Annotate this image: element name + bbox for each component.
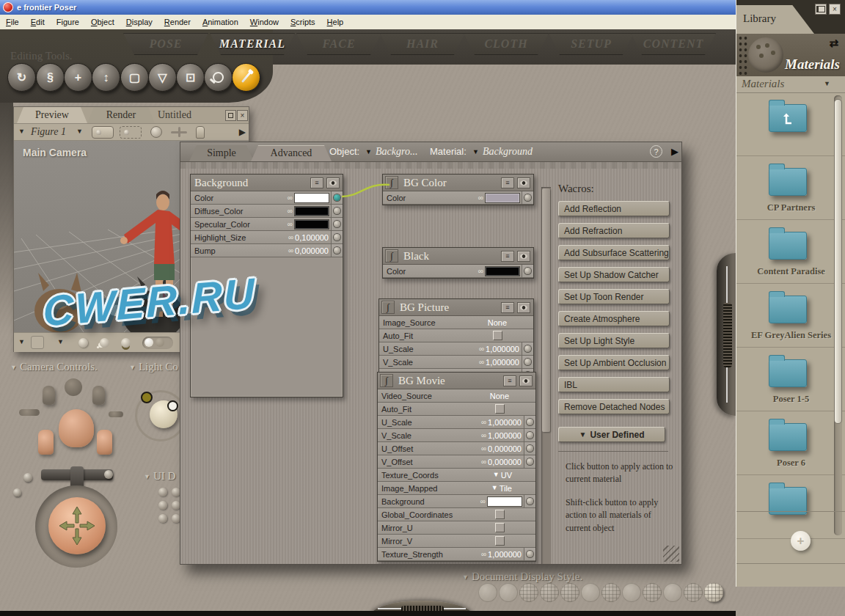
anim-dial-icon[interactable] [334, 234, 340, 241]
object-dropdown-icon[interactable]: ▼ [365, 148, 372, 155]
color-swatch[interactable] [485, 266, 520, 276]
animation-cell[interactable] [331, 191, 343, 204]
anim-dial-icon[interactable] [527, 445, 533, 452]
shadow-toggle-icon[interactable] [121, 338, 131, 348]
node-input-plug-icon[interactable]: ∫ [380, 374, 393, 387]
room-tab-setup[interactable]: SETUP [549, 33, 634, 55]
node-bg-movie[interactable]: ∫BG Movie≡Video_SourceNoneAuto_FitU_Scal… [377, 372, 536, 562]
node-input-plug-icon[interactable]: ∫ [385, 176, 398, 189]
plug-icon[interactable]: ∞ [288, 207, 292, 215]
room-tab-content[interactable]: CONTENT [631, 33, 716, 55]
chain-break-tool[interactable]: ⊡ [176, 63, 205, 92]
tracking-multi-icon[interactable] [100, 338, 109, 348]
ui-dot[interactable] [158, 488, 167, 496]
color-swatch[interactable] [294, 193, 329, 203]
close-preview-icon[interactable]: × [237, 110, 248, 121]
wacro-button-create-atmosphere[interactable]: Create Atmosphere [558, 311, 670, 326]
library-item-cp-partners[interactable]: CP Partners [736, 156, 845, 220]
camera-hand-right-control[interactable] [97, 430, 112, 455]
actor-dropdown-icon[interactable]: ▼ [76, 128, 83, 135]
twist-tool[interactable]: § [36, 63, 65, 92]
plug-icon[interactable]: ∞ [481, 444, 486, 452]
anim-dial-icon[interactable] [527, 432, 533, 439]
add-to-library-button[interactable]: + [791, 531, 811, 551]
footer-dropdown-icon[interactable]: ▼ [18, 338, 25, 345]
translate-in-out-tool[interactable]: ↕ [92, 63, 120, 92]
scale-tool[interactable]: ▢ [120, 63, 149, 92]
ui-dots-label[interactable]: ▼UI D [144, 470, 175, 483]
node-input-plug-icon[interactable]: ∫ [381, 301, 395, 314]
param-checkbox[interactable] [495, 404, 505, 414]
wacro-button-set-up-light-style[interactable]: Set Up Light Style [558, 333, 670, 348]
node-preview-eye-icon[interactable] [517, 251, 530, 262]
light-handle-icon[interactable] [141, 392, 153, 403]
node-bg-color[interactable]: ∫BG Color≡Color∞ [382, 174, 534, 205]
plug-icon[interactable]: ∞ [479, 345, 483, 353]
selector-dropdown-icon[interactable]: ▼ [824, 80, 830, 87]
display-style-wireframe[interactable] [519, 583, 538, 602]
library-item-poser-1-5[interactable]: Poser 1-5 [736, 348, 845, 411]
folder-icon[interactable] [769, 232, 807, 260]
folder-icon[interactable] [769, 423, 807, 451]
param-dropdown[interactable]: ▼UV [493, 471, 512, 480]
param-value[interactable]: 0,100000 [295, 233, 329, 242]
camera-controls-label[interactable]: ▼Camera Controls. [10, 361, 98, 373]
figure-selector[interactable]: Figure 1 [31, 126, 66, 138]
menu-edit[interactable]: Edit [25, 15, 51, 29]
library-item[interactable] [736, 92, 845, 156]
wacro-button-remove-detached-nodes[interactable]: Remove Detached Nodes [558, 399, 670, 414]
menu-figure[interactable]: Figure [51, 15, 85, 29]
node-black[interactable]: ∫Black≡Color∞ [382, 247, 534, 279]
camera-sphere-icon[interactable] [104, 470, 113, 479]
display-style-flat-shaded[interactable] [581, 583, 600, 602]
camera-hand-left-ghost-icon[interactable] [43, 386, 55, 405]
display-style-outline[interactable] [499, 583, 518, 602]
full-screen-icon[interactable] [225, 110, 236, 121]
param-dropdown[interactable]: ▼Tile [491, 484, 512, 493]
animation-cell[interactable] [524, 548, 535, 560]
node-bg-picture[interactable]: ∫BG Picture≡Image_SourceNoneAuto_FitU_Sc… [378, 298, 534, 373]
display-style-lit-wireframe[interactable] [560, 583, 579, 602]
camera-sphere-icon[interactable] [13, 488, 21, 496]
camera-select-icon[interactable] [120, 126, 142, 139]
plug-icon[interactable]: ∞ [481, 431, 486, 439]
anim-dial-icon[interactable] [527, 498, 533, 505]
light-handle-icon[interactable] [167, 400, 178, 411]
library-item-poser-6[interactable]: Poser 6 [736, 411, 845, 475]
anim-dial-icon[interactable] [524, 268, 531, 274]
node-preview-eye-icon[interactable] [517, 177, 530, 188]
animation-cell[interactable] [524, 416, 535, 428]
param-checkbox[interactable] [495, 510, 505, 519]
room-tab-cloth[interactable]: CLOTH [464, 33, 549, 55]
animation-cell[interactable] [522, 191, 533, 204]
param-checkbox[interactable] [495, 536, 505, 546]
param-value[interactable]: 1,000000 [486, 345, 519, 353]
toolbar-next-arrow-icon[interactable]: ▶ [239, 127, 246, 138]
ui-dot[interactable] [158, 501, 167, 510]
camera-key-right-icon[interactable] [109, 411, 123, 417]
toggle-off-icon[interactable] [156, 338, 164, 347]
taper-tool[interactable]: ▽ [148, 63, 177, 92]
library-scrollbar-thumb[interactable] [834, 99, 842, 424]
depth-cue-icon[interactable] [31, 336, 44, 349]
node-input-plug-icon[interactable]: ∫ [385, 249, 398, 263]
help-icon[interactable]: ? [650, 145, 662, 158]
folder-icon[interactable] [769, 359, 807, 387]
anim-dial-icon[interactable] [334, 208, 340, 214]
view-magnifier-tool[interactable] [204, 63, 233, 92]
animation-cell[interactable] [524, 455, 535, 468]
library-item-ef-greyalien-series[interactable]: EF GreyAlien Series [736, 284, 845, 348]
camera-hand-right-ghost-icon[interactable] [92, 386, 105, 405]
animation-cell[interactable] [331, 231, 343, 243]
animation-cell[interactable] [331, 244, 343, 257]
plug-icon[interactable]: ∞ [481, 550, 486, 558]
anim-dial-icon[interactable] [524, 359, 531, 365]
color-swatch[interactable] [487, 496, 522, 507]
connected-output-icon[interactable] [334, 194, 340, 201]
plug-icon[interactable]: ∞ [288, 220, 292, 228]
camera-view-icon[interactable] [92, 126, 114, 139]
param-value[interactable]: 1,000000 [488, 418, 522, 427]
param-value[interactable]: 0,000000 [488, 444, 522, 453]
toggle-on-icon[interactable] [145, 338, 153, 347]
folder-icon[interactable] [769, 168, 807, 196]
